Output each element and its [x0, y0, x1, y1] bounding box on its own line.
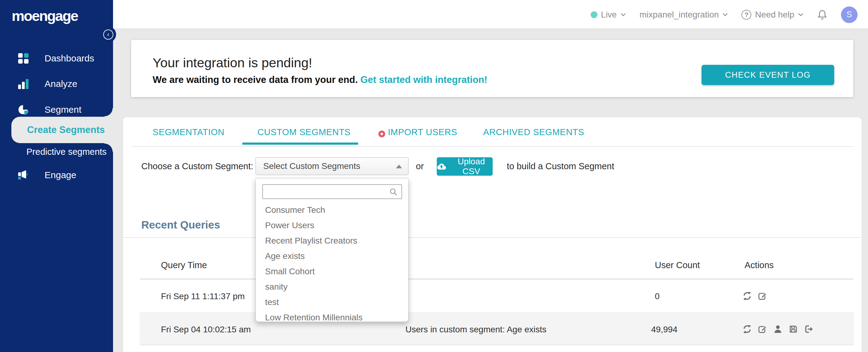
check-event-log-button[interactable]: CHECK EVENT LOG	[702, 65, 834, 85]
query-cell: Users in custom segment: Age exists	[405, 325, 547, 334]
dropdown-option[interactable]: sanity	[256, 279, 408, 294]
search-icon	[389, 188, 398, 196]
tab-archived-segments[interactable]: ARCHIVED SEGMENTS	[483, 127, 584, 137]
sidebar-item-label: Dashboards	[44, 53, 94, 64]
user-count-cell: 0	[655, 291, 660, 301]
column-header-query-time: Query Time	[161, 260, 207, 270]
tab-segmentation[interactable]: SEGMENTATION	[153, 127, 224, 137]
sidebar-collapse-button[interactable]: ‹	[100, 26, 116, 42]
chevron-down-icon	[798, 13, 804, 17]
upload-csv-label: Upload CSV	[450, 157, 493, 176]
bell-icon	[817, 9, 828, 20]
sidebar-item-create-segments[interactable]: Create Segments	[11, 117, 113, 143]
right-gutter	[862, 29, 868, 352]
dropdown-option[interactable]: Low Retention Millennials	[256, 310, 408, 325]
table-row: Fri Sep 04 10:02:15 am Users in custom s…	[140, 314, 854, 345]
bar-chart-icon	[18, 78, 29, 89]
or-text: or	[416, 161, 424, 171]
cloud-upload-icon	[437, 162, 446, 170]
live-status-dot	[591, 11, 597, 18]
query-time-cell: Fri Sep 04 10:02:15 am	[161, 325, 251, 334]
topbar: Live mixpanel_integration ? Need help S	[591, 0, 858, 29]
active-tab-underline	[242, 142, 358, 145]
user-avatar[interactable]: S	[841, 6, 858, 23]
upload-csv-button[interactable]: Upload CSV	[437, 157, 493, 176]
need-help-dropdown[interactable]: ? Need help	[741, 10, 804, 20]
row-actions	[742, 291, 767, 301]
need-help-label: Need help	[755, 10, 794, 20]
sidebar-item-label: Create Segments	[27, 124, 105, 135]
table-row: Fri Sep 11 1:11:37 pm 0	[140, 280, 854, 313]
dropdown-search-input[interactable]	[262, 184, 402, 199]
recent-queries-heading: Recent Queries	[141, 219, 220, 231]
grid-icon	[18, 53, 29, 64]
app-root: Live mixpanel_integration ? Need help S …	[0, 0, 868, 352]
pie-chart-icon	[18, 104, 29, 115]
notifications-button[interactable]	[817, 9, 828, 20]
refresh-icon[interactable]	[742, 324, 752, 334]
query-time-cell: Fri Sep 11 1:11:37 pm	[161, 291, 245, 301]
user-icon[interactable]	[773, 324, 783, 334]
custom-segments-dropdown-panel: Consumer Tech Power Users Recent Playlis…	[255, 178, 408, 322]
active-item-notch-top	[104, 108, 113, 117]
dropdown-option[interactable]: Recent Playlist Creators	[256, 233, 408, 249]
sidebar-item-label: Predictive segments	[26, 147, 106, 157]
dropdown-option[interactable]: Small Cohort	[256, 264, 408, 279]
megaphone-icon	[18, 169, 29, 181]
edit-icon[interactable]	[758, 324, 767, 334]
dropdown-option[interactable]: Consumer Tech	[256, 202, 408, 218]
refresh-icon[interactable]	[742, 291, 752, 301]
dropdown-option[interactable]: Power Users	[256, 218, 408, 233]
save-icon[interactable]	[788, 324, 798, 334]
red-dot-icon	[378, 131, 385, 137]
sidebar-item-label: Segment	[44, 104, 82, 115]
column-header-actions: Actions	[745, 260, 774, 270]
build-segment-suffix: to build a Custom Segment	[507, 161, 614, 171]
banner-title: Your integration is pending!	[153, 55, 312, 70]
section-divider	[123, 237, 862, 238]
dropdown-option[interactable]: Age exists	[256, 249, 408, 264]
export-icon[interactable]	[804, 324, 813, 334]
custom-segment-select[interactable]: Select Custom Segments	[255, 157, 408, 175]
edit-icon[interactable]	[758, 291, 767, 301]
integration-banner: Your integration is pending! We are wait…	[131, 40, 853, 97]
workspace-label: mixpanel_integration	[640, 10, 719, 20]
banner-subtitle: We are waiting to receive data from your…	[153, 74, 488, 85]
help-circle-icon: ?	[741, 10, 751, 20]
user-count-cell: 49,994	[651, 325, 678, 334]
column-header-user-count: User Count	[655, 260, 700, 270]
sidebar-item-label: Engage	[44, 170, 76, 180]
moengage-logo: moengage	[12, 7, 78, 24]
sidebar-item-dashboards[interactable]: Dashboards	[0, 49, 113, 68]
chevron-down-icon	[722, 13, 728, 17]
environment-dropdown[interactable]: Live	[591, 10, 626, 20]
chevron-left-icon: ‹	[103, 30, 113, 40]
tabs-divider	[131, 146, 854, 147]
banner-subtitle-text: We are waiting to receive data from your…	[153, 74, 358, 85]
sidebar: moengage Dashboards Analyze Seg	[0, 0, 113, 352]
sidebar-item-analyze[interactable]: Analyze	[0, 74, 113, 94]
sidebar-item-engage[interactable]: Engage	[0, 165, 113, 185]
sidebar-item-predictive-segments[interactable]: Predictive segments	[26, 144, 106, 159]
environment-label: Live	[601, 10, 617, 20]
row-actions	[742, 324, 813, 334]
tab-import-users[interactable]: IMPORT USERS	[388, 127, 457, 137]
dropdown-option[interactable]: test	[256, 294, 408, 310]
choose-segment-label: Choose a Custom Segment:	[141, 161, 253, 171]
tab-custom-segments[interactable]: CUSTOM SEGMENTS	[257, 127, 350, 137]
get-started-link[interactable]: Get started with integration!	[360, 74, 487, 85]
sidebar-item-label: Analyze	[44, 78, 78, 89]
workspace-dropdown[interactable]: mixpanel_integration	[640, 10, 728, 20]
select-value: Select Custom Segments	[263, 161, 360, 171]
dropdown-options-list: Consumer Tech Power Users Recent Playlis…	[256, 202, 408, 325]
triangle-up-icon	[396, 165, 402, 168]
chevron-down-icon	[620, 13, 626, 17]
